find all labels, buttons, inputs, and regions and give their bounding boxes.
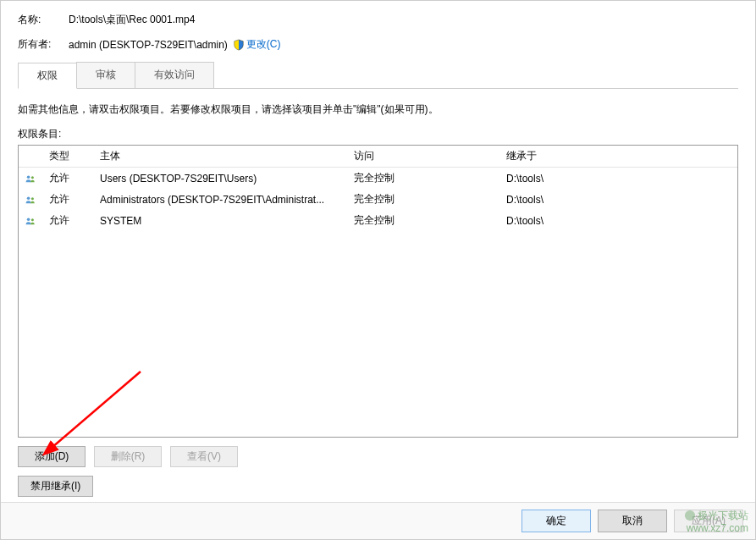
- col-type-header[interactable]: 类型: [42, 146, 93, 167]
- principal-icon: [19, 212, 42, 230]
- action-buttons: 添加(D) 删除(R) 查看(V): [18, 446, 738, 467]
- row-type: 允许: [42, 168, 93, 188]
- tab-audit[interactable]: 审核: [76, 62, 135, 88]
- principal-icon: [19, 169, 42, 188]
- change-owner-link[interactable]: 更改(C): [246, 37, 281, 52]
- row-inherit: D:\tools\: [499, 191, 737, 208]
- owner-label: 所有者:: [18, 37, 69, 52]
- table-row[interactable]: 允许 Users (DESKTOP-7S29EIT\Users) 完全控制 D:…: [19, 168, 737, 189]
- dialog-content: 名称: D:\tools\桌面\Rec 0001.mp4 所有者: admin …: [1, 1, 755, 497]
- name-row: 名称: D:\tools\桌面\Rec 0001.mp4: [18, 13, 738, 27]
- row-inherit: D:\tools\: [499, 212, 737, 229]
- owner-row: 所有者: admin (DESKTOP-7S29EIT\admin) 更改(C): [18, 37, 738, 52]
- row-inherit: D:\tools\: [499, 170, 737, 187]
- tab-effective-access[interactable]: 有效访问: [135, 62, 214, 88]
- entries-label: 权限条目:: [18, 127, 738, 141]
- list-body: 允许 Users (DESKTOP-7S29EIT\Users) 完全控制 D:…: [19, 168, 737, 231]
- remove-button: 删除(R): [94, 446, 162, 467]
- tab-strip: 权限 审核 有效访问: [18, 62, 738, 89]
- dialog-footer: 确定 取消 应用(A): [1, 502, 755, 539]
- row-access: 完全控制: [347, 190, 499, 209]
- svg-point-2: [27, 196, 30, 200]
- row-principal: Users (DESKTOP-7S29EIT\Users): [93, 170, 347, 187]
- table-row[interactable]: 允许 Administrators (DESKTOP-7S29EIT\Admin…: [19, 189, 737, 210]
- table-row[interactable]: 允许 SYSTEM 完全控制 D:\tools\: [19, 210, 737, 231]
- row-access: 完全控制: [347, 211, 499, 230]
- svg-point-5: [31, 218, 34, 221]
- row-type: 允许: [42, 190, 93, 209]
- owner-value: admin (DESKTOP-7S29EIT\admin): [69, 39, 228, 51]
- disable-inherit-button[interactable]: 禁用继承(I): [18, 476, 93, 497]
- svg-point-3: [31, 197, 34, 200]
- row-type: 允许: [42, 211, 93, 230]
- inherit-buttons: 禁用继承(I): [18, 476, 738, 497]
- add-button[interactable]: 添加(D): [18, 446, 86, 467]
- col-principal-header[interactable]: 主体: [93, 146, 347, 167]
- row-principal: Administrators (DESKTOP-7S29EIT\Administ…: [93, 191, 347, 208]
- col-access-header[interactable]: 访问: [347, 146, 499, 167]
- ok-button[interactable]: 确定: [521, 510, 591, 532]
- shield-icon: [233, 39, 245, 51]
- name-value: D:\tools\桌面\Rec 0001.mp4: [69, 13, 195, 27]
- col-icon-header: [19, 146, 42, 167]
- cancel-button[interactable]: 取消: [598, 510, 667, 532]
- row-principal: SYSTEM: [93, 212, 347, 229]
- apply-button: 应用(A): [674, 510, 743, 532]
- row-access: 完全控制: [347, 168, 499, 188]
- permissions-list[interactable]: 类型 主体 访问 继承于 允许 Users (DESKTOP-7S29EIT\U…: [18, 145, 738, 438]
- principal-icon: [19, 190, 42, 209]
- view-button: 查看(V): [170, 446, 238, 467]
- svg-point-0: [27, 175, 30, 179]
- list-header: 类型 主体 访问 继承于: [19, 146, 737, 168]
- security-dialog: 名称: D:\tools\桌面\Rec 0001.mp4 所有者: admin …: [0, 0, 756, 540]
- svg-point-4: [27, 218, 30, 221]
- col-inherit-header[interactable]: 继承于: [499, 146, 737, 167]
- tab-permissions[interactable]: 权限: [18, 63, 77, 89]
- svg-point-1: [31, 176, 34, 179]
- name-label: 名称:: [18, 13, 69, 27]
- description-text: 如需其他信息，请双击权限项目。若要修改权限项目，请选择该项目并单击"编辑"(如果…: [18, 102, 738, 117]
